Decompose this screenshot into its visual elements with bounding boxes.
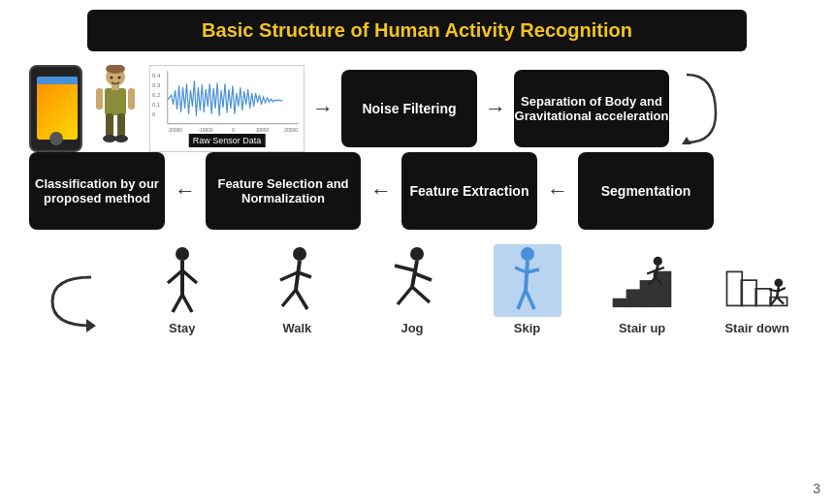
svg-line-31	[182, 295, 192, 312]
slide-title: Basic Structure of Human Activity Recogn…	[202, 19, 632, 41]
noise-filtering-box: Noise Filtering	[341, 70, 477, 147]
svg-point-10	[117, 77, 120, 79]
svg-rect-5	[96, 88, 103, 110]
stair-up-icon	[608, 244, 676, 317]
svg-line-36	[282, 290, 296, 306]
activity-stair-up: Stair up	[608, 244, 676, 335]
svg-line-48	[518, 290, 526, 309]
phone-home-button	[49, 132, 63, 145]
svg-text:0.4: 0.4	[152, 73, 161, 79]
top-flow: 0.4 0.3 0.2 0.1 0 -20000 -10000 0 10000 …	[29, 65, 824, 152]
walk-label: Walk	[282, 321, 311, 335]
svg-marker-25	[86, 319, 96, 332]
arrow-to-feature-ext: ←	[547, 178, 568, 204]
phone-screen-stripe	[37, 77, 78, 84]
skip-icon	[494, 244, 561, 317]
svg-point-38	[410, 247, 424, 261]
stay-icon	[148, 244, 216, 317]
arrow-to-noise: →	[312, 96, 334, 121]
svg-text:0: 0	[152, 111, 156, 117]
svg-line-45	[526, 261, 528, 290]
svg-line-69	[777, 297, 784, 303]
svg-rect-11	[112, 85, 119, 90]
person-figure	[88, 65, 142, 152]
svg-text:20000: 20000	[284, 128, 298, 133]
svg-line-30	[173, 295, 182, 312]
svg-line-37	[296, 290, 307, 309]
phone-screen	[37, 77, 78, 140]
middle-flow: Classification by our proposed method ← …	[29, 152, 824, 230]
activity-skip: Skip	[494, 244, 561, 335]
jog-svg	[383, 246, 441, 316]
svg-point-54	[654, 256, 662, 265]
svg-line-41	[414, 273, 432, 280]
segmentation-box: Segmentation	[578, 152, 714, 230]
activity-walk: Walk	[263, 244, 331, 335]
stay-svg	[163, 246, 202, 316]
svg-line-46	[515, 268, 527, 272]
stair-up-label: Stair up	[619, 321, 665, 335]
jog-icon	[378, 244, 446, 317]
skip-label: Skip	[514, 321, 540, 335]
svg-rect-4	[117, 113, 125, 137]
activity-stay: Stay	[148, 244, 216, 335]
svg-text:10000: 10000	[256, 128, 270, 133]
arrow-to-separation: →	[485, 96, 506, 121]
svg-line-28	[168, 270, 182, 283]
slide-number: 3	[813, 481, 820, 496]
activities-row: Stay Walk	[19, 239, 815, 335]
svg-rect-2	[105, 88, 126, 115]
walk-icon	[263, 244, 331, 317]
curved-arrow-right	[677, 65, 725, 152]
slide: Basic Structure of Human Activity Recogn…	[0, 0, 834, 504]
separation-box: Separation of Body and Gravitational acc…	[514, 70, 669, 147]
chart-svg: 0.4 0.3 0.2 0.1 0 -20000 -10000 0 10000 …	[150, 66, 304, 134]
svg-line-33	[296, 261, 300, 290]
svg-point-8	[114, 135, 128, 142]
person-svg	[91, 65, 140, 152]
svg-line-43	[412, 287, 430, 302]
svg-text:0.1: 0.1	[152, 102, 160, 108]
svg-line-29	[182, 270, 197, 283]
feature-extraction-box: Feature Extraction	[401, 152, 537, 230]
classification-box: Classification by our proposed method	[29, 152, 165, 230]
stair-down-label: Stair down	[724, 321, 788, 335]
svg-text:0.3: 0.3	[152, 82, 161, 88]
left-images	[29, 65, 142, 152]
title-bar: Basic Structure of Human Activity Recogn…	[87, 10, 747, 51]
svg-point-64	[774, 278, 783, 287]
loop-arrow-item	[43, 268, 101, 335]
activity-stair-down: Stair down	[723, 244, 791, 335]
arrow-to-feature-sel: ←	[370, 178, 392, 204]
svg-line-40	[395, 266, 414, 270]
loop-arrow-svg	[43, 268, 101, 335]
jog-label: Jog	[401, 321, 423, 335]
svg-line-49	[526, 290, 534, 309]
skip-svg	[510, 246, 544, 316]
svg-text:0.2: 0.2	[152, 92, 160, 98]
svg-line-68	[771, 297, 777, 304]
svg-text:0: 0	[232, 128, 235, 133]
stair-down-svg	[723, 246, 791, 316]
raw-sensor-chart: 0.4 0.3 0.2 0.1 0 -20000 -10000 0 10000 …	[149, 65, 305, 152]
svg-text:-10000: -10000	[198, 128, 213, 133]
phone-image	[29, 65, 82, 152]
chart-label: Raw Sensor Data	[189, 134, 266, 147]
svg-point-7	[103, 135, 116, 142]
svg-text:-20000: -20000	[168, 128, 183, 133]
walk-svg	[273, 246, 321, 316]
svg-line-35	[298, 272, 311, 277]
svg-point-9	[110, 77, 112, 79]
stair-down-icon	[723, 244, 791, 317]
svg-point-26	[176, 247, 189, 261]
svg-marker-24	[682, 137, 691, 144]
arrow-to-classification: ←	[175, 178, 196, 204]
svg-rect-62	[741, 280, 756, 305]
svg-point-32	[293, 247, 306, 261]
svg-rect-3	[106, 113, 113, 137]
svg-line-42	[398, 287, 412, 304]
activity-jog: Jog	[378, 244, 446, 335]
stay-label: Stay	[169, 321, 195, 335]
stair-up-svg	[608, 246, 676, 316]
svg-rect-63	[726, 271, 742, 305]
